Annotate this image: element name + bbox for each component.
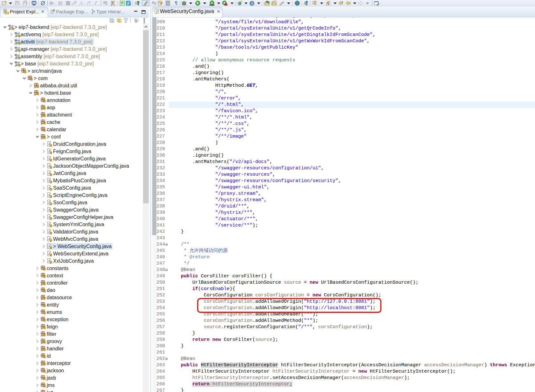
svg-text:J: J: [48, 208, 50, 212]
svg-text:J: J: [48, 223, 50, 226]
svg-text:J: J: [48, 259, 50, 263]
svg-text:J: J: [48, 237, 50, 241]
svg-text:J: J: [48, 172, 50, 175]
svg-text:J: J: [48, 252, 50, 255]
svg-text:!: !: [41, 328, 42, 329]
svg-text:J: J: [48, 245, 50, 248]
svg-text:J: J: [48, 157, 50, 160]
svg-text:!: !: [41, 335, 42, 337]
svg-text:J: J: [156, 10, 158, 13]
svg-text:A: A: [127, 1, 130, 6]
svg-text:!: !: [35, 86, 35, 88]
svg-text:!: !: [41, 123, 42, 125]
svg-text:J: J: [48, 179, 50, 182]
svg-text:J: J: [48, 142, 50, 146]
svg-text:!: !: [41, 138, 42, 139]
svg-text:!: !: [41, 342, 42, 344]
svg-text:!: !: [41, 108, 42, 110]
svg-text:J: J: [48, 201, 50, 204]
svg-text:J: J: [48, 186, 50, 190]
svg-text:J: J: [48, 150, 50, 153]
svg-text:!: !: [41, 284, 42, 286]
svg-text:!: !: [41, 116, 42, 118]
svg-text:J: J: [48, 230, 50, 233]
svg-text:J: J: [48, 215, 50, 219]
svg-text:!: !: [41, 298, 42, 300]
svg-text:!: !: [41, 364, 42, 366]
svg-text:J: J: [48, 193, 50, 197]
svg-text:!: !: [35, 94, 35, 96]
svg-text:J: J: [48, 164, 50, 168]
svg-text:!: !: [41, 349, 42, 351]
